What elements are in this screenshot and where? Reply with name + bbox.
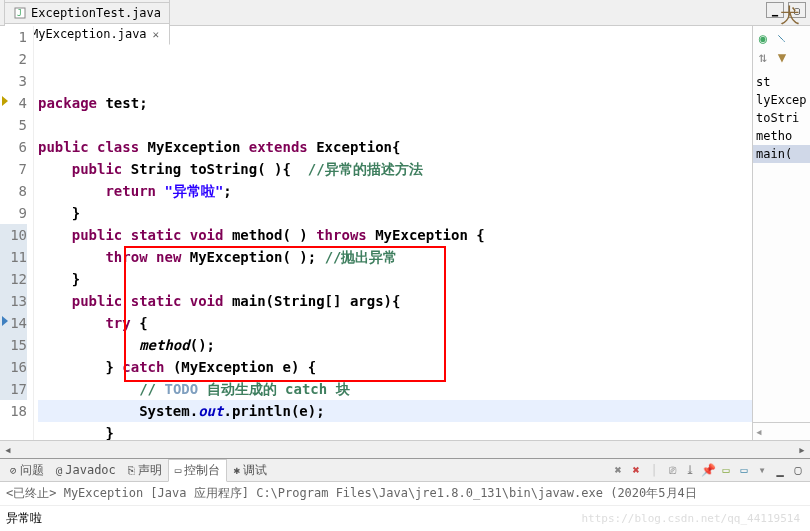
- dropdown-icon[interactable]: ▾: [754, 462, 770, 478]
- code-line[interactable]: // TODO 自动生成的 catch 块: [38, 378, 752, 400]
- outline-item[interactable]: toStri: [753, 109, 810, 127]
- java-file-icon: J: [13, 6, 27, 20]
- code-line[interactable]: return "异常啦";: [38, 180, 752, 202]
- wand-icon[interactable]: ⟍: [774, 30, 790, 46]
- outline-item[interactable]: metho: [753, 127, 810, 145]
- code-line[interactable]: throw new MyException( ); //抛出异常: [38, 246, 752, 268]
- console-tab[interactable]: ⊘问题: [4, 459, 50, 481]
- outline-item[interactable]: lyExcep: [753, 91, 810, 109]
- max-icon[interactable]: ▢: [790, 462, 806, 478]
- divider: |: [646, 462, 662, 478]
- open-console-icon[interactable]: ▭: [736, 462, 752, 478]
- min-icon[interactable]: ▁: [772, 462, 788, 478]
- scroll-left-arrow-icon[interactable]: ◂: [0, 442, 16, 458]
- code-line[interactable]: System.out.println(e);: [38, 400, 752, 422]
- code-line[interactable]: public class MyException extends Excepti…: [38, 136, 752, 158]
- code-line[interactable]: public static void method( ) throws MyEx…: [38, 224, 752, 246]
- outline-pane: ◉ ⟍ ⇅ ▼ stlyExceptoStrimethomain( ◂: [752, 26, 810, 440]
- code-line[interactable]: try {: [38, 312, 752, 334]
- svg-text:J: J: [17, 9, 22, 18]
- code-line[interactable]: } catch (MyException e) {: [38, 356, 752, 378]
- clear-icon[interactable]: ⎚: [664, 462, 680, 478]
- scroll-right-arrow-icon[interactable]: ▸: [794, 442, 810, 458]
- code-line[interactable]: public String toString( ){ //异常的描述方法: [38, 158, 752, 180]
- console-tab[interactable]: ✱调试: [227, 459, 273, 481]
- horizontal-scrollbar[interactable]: ◂ ▸: [0, 440, 810, 458]
- editor-tabs-bar: JA.javaJExceptionTest.javaJMyException.j…: [0, 0, 810, 26]
- ctab-label: 控制台: [184, 462, 220, 479]
- line-gutter: 123456789101112131415161718: [0, 26, 34, 440]
- remove-icon[interactable]: ✖: [610, 462, 626, 478]
- focus-icon[interactable]: ◉: [755, 30, 771, 46]
- scroll-lock-icon[interactable]: ⤓: [682, 462, 698, 478]
- outline-item[interactable]: st: [753, 73, 810, 91]
- console-output: 异常啦: [0, 506, 810, 531]
- code-area[interactable]: package test;public class MyException ex…: [34, 26, 752, 440]
- code-line[interactable]: package test;: [38, 92, 752, 114]
- console-toolbar: ✖ ✖ | ⎚ ⤓ 📌 ▭ ▭ ▾ ▁ ▢: [610, 462, 806, 478]
- tab-icon: ▭: [175, 464, 182, 477]
- ctab-label: Javadoc: [65, 463, 116, 477]
- decorative-glyph: 犬: [780, 2, 800, 29]
- filter-icon[interactable]: ▼: [774, 49, 790, 65]
- ctab-label: 声明: [138, 462, 162, 479]
- console-tabs-bar: ⊘问题@Javadoc⎘声明▭控制台✱调试 ✖ ✖ | ⎚ ⤓ 📌 ▭ ▭ ▾ …: [0, 458, 810, 482]
- tab-icon: ⎘: [128, 464, 135, 477]
- code-line[interactable]: method();: [38, 334, 752, 356]
- code-line[interactable]: }: [38, 422, 752, 440]
- remove-all-icon[interactable]: ✖: [628, 462, 644, 478]
- display-icon[interactable]: ▭: [718, 462, 734, 478]
- console-tab[interactable]: ▭控制台: [168, 459, 228, 482]
- tab-icon: ⊘: [10, 464, 17, 477]
- ctab-label: 问题: [20, 462, 44, 479]
- sort-icon[interactable]: ⇅: [755, 49, 771, 65]
- console-tab[interactable]: @Javadoc: [50, 459, 122, 481]
- code-editor[interactable]: 123456789101112131415161718 package test…: [0, 26, 752, 440]
- code-line[interactable]: }: [38, 202, 752, 224]
- tab-icon: @: [56, 464, 63, 477]
- editor-tab[interactable]: JExceptionTest.java: [4, 2, 170, 23]
- code-line[interactable]: }: [38, 268, 752, 290]
- outline-item[interactable]: main(: [753, 145, 810, 163]
- ctab-label: 调试: [243, 462, 267, 479]
- code-line[interactable]: [38, 114, 752, 136]
- console-tab[interactable]: ⎘声明: [122, 459, 168, 481]
- scroll-left-icon[interactable]: ◂: [755, 424, 763, 439]
- pin-icon[interactable]: 📌: [700, 462, 716, 478]
- code-line[interactable]: public static void main(String[] args){: [38, 290, 752, 312]
- tab-label: ExceptionTest.java: [31, 6, 161, 20]
- console-status: <已终止> MyException [Java 应用程序] C:\Program…: [0, 482, 810, 506]
- tab-icon: ✱: [233, 464, 240, 477]
